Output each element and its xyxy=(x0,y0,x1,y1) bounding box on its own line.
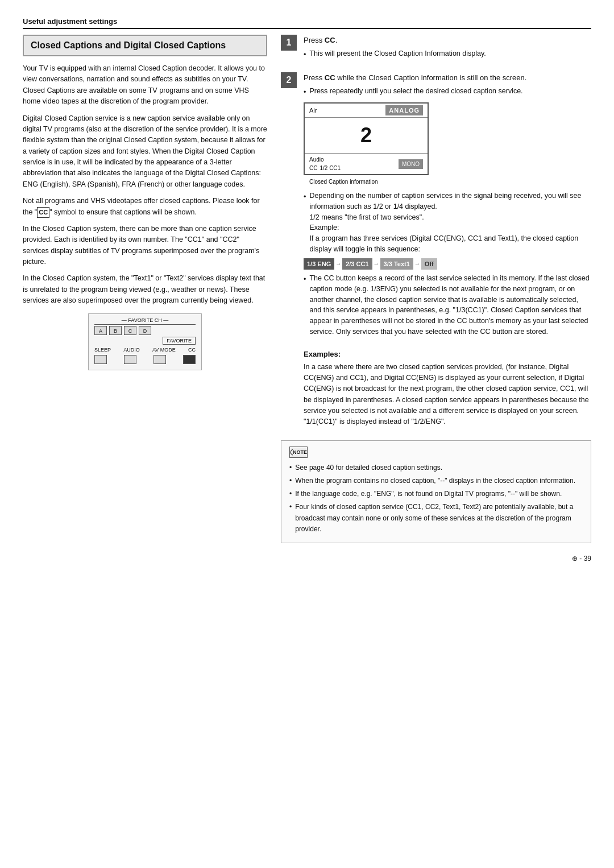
right-column: 1 Press CC. • This will present the Clos… xyxy=(281,35,591,563)
step-1-number: 1 xyxy=(281,35,297,51)
examples-title: Examples: xyxy=(304,350,591,358)
remote-buttons-row1: A B C D xyxy=(94,326,196,335)
analog-info-box: Air ANALOG 2 Audio CC 1/2 CC1 MONO xyxy=(304,102,429,176)
paragraph-4: In the Closed Caption system, there can … xyxy=(23,224,267,268)
step-1-block: 1 Press CC. • This will present the Clos… xyxy=(281,35,591,63)
paragraph-3: Not all programs and VHS videotapes offe… xyxy=(23,196,267,218)
cc-symbol: CC xyxy=(37,207,49,218)
step-2-bullet-1: • Press repeatedly until you select the … xyxy=(304,86,591,98)
note-item-3: • If the language code, e.g. "ENG", is n… xyxy=(289,489,583,499)
favorite-button: FAVORITE xyxy=(163,337,196,345)
btn-c: C xyxy=(124,326,136,335)
paragraph-2: Digital Closed Caption service is a new … xyxy=(23,113,267,191)
seq-off: Off xyxy=(421,258,437,270)
analog-channel: 2 xyxy=(305,117,428,154)
seq-1-3-eng: 1/3 ENG xyxy=(304,258,334,270)
note-item-2: • When the program contains no closed ca… xyxy=(289,476,583,486)
left-column: Closed Captions and Digital Closed Capti… xyxy=(23,35,267,563)
step-2-content: Press CC while the Closed Caption inform… xyxy=(304,72,591,340)
btn-d: D xyxy=(139,326,151,335)
step-2-block: 2 Press CC while the Closed Caption info… xyxy=(281,72,591,340)
btn-b: B xyxy=(109,326,122,335)
examples-text: In a case where there are two closed cap… xyxy=(304,362,591,428)
note-items: • See page 40 for detailed closed captio… xyxy=(289,462,583,535)
remote-buttons-row2 xyxy=(94,355,196,364)
btn-cc xyxy=(183,355,196,364)
btn-avmode xyxy=(154,355,166,364)
caption-info-label: Closed Caption information xyxy=(309,177,591,186)
step-1-title: Press CC. xyxy=(304,35,591,46)
step-2-number: 2 xyxy=(281,72,297,88)
cc-label: CC xyxy=(309,164,317,172)
fav-label: — FAVORITE CH — xyxy=(94,317,196,325)
cc-value: 1/2 CC1 xyxy=(320,164,341,172)
seq-2-3-cc1: 2/3 CC1 xyxy=(342,258,372,270)
note-item-1: • See page 40 for detailed closed captio… xyxy=(289,462,583,473)
section-title: Closed Captions and Digital Closed Capti… xyxy=(31,40,259,51)
page-number: ⊕ - 39 xyxy=(572,555,591,563)
mono-label: MONO xyxy=(399,159,423,169)
page-footer: ⊕ - 39 xyxy=(281,555,591,563)
paragraph-5: In the Closed Caption system, the "Text1… xyxy=(23,273,267,306)
step-2-bullet-2: • Depending on the number of caption ser… xyxy=(304,191,591,255)
seq-3-3-text1: 3/3 Text1 xyxy=(380,258,413,270)
air-label: Air xyxy=(309,106,317,115)
note-box: NOTE • See page 40 for detailed closed c… xyxy=(281,440,591,543)
analog-label: ANALOG xyxy=(385,105,423,116)
note-item-4: • Four kinds of closed caption service (… xyxy=(289,502,583,535)
step-2-title: Press CC while the Closed Caption inform… xyxy=(304,72,591,84)
paragraph-1: Your TV is equipped with an internal Clo… xyxy=(23,63,267,108)
btn-a: A xyxy=(94,326,107,335)
examples-section: Examples: In a case where there are two … xyxy=(304,350,591,435)
remote-labels-row: SLEEP AUDIO AV MODE CC xyxy=(94,347,196,353)
step-2-bullet-3: • The CC button keeps a record of the la… xyxy=(304,273,591,337)
page-header: Useful adjustment settings xyxy=(23,17,591,29)
section-title-box: Closed Captions and Digital Closed Capti… xyxy=(23,35,267,56)
btn-audio xyxy=(124,355,136,364)
sequence-row: 1/3 ENG → 2/3 CC1 → 3/3 Text1 → Off xyxy=(304,258,591,270)
note-icon: NOTE xyxy=(289,447,308,458)
body-text: Your TV is equipped with an internal Clo… xyxy=(23,63,267,307)
remote-diagram: — FAVORITE CH — A B C D FAVORITE SLEEP A… xyxy=(88,313,202,370)
btn-sleep xyxy=(94,355,107,364)
audio-label: Audio xyxy=(309,155,341,164)
step-1-bullet-1: • This will present the Closed Caption I… xyxy=(304,48,591,60)
step-1-content: Press CC. • This will present the Closed… xyxy=(304,35,591,63)
